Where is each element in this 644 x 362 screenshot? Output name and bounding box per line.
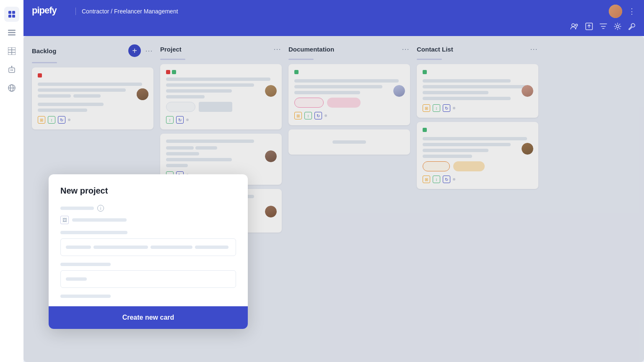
card-footer: ⊞ ↕ ↻ <box>294 112 404 119</box>
footer-icon[interactable]: ⊞ <box>423 104 430 112</box>
card-contact-1[interactable]: ⊞ ↕ ↻ <box>417 64 538 118</box>
header-right: ⋮ <box>609 5 636 18</box>
footer-icon[interactable]: ↻ <box>443 104 450 112</box>
people-icon[interactable] <box>570 23 579 31</box>
footer-icon-1[interactable]: ⊞ <box>38 116 45 124</box>
footer-icon[interactable]: ↕ <box>166 116 174 124</box>
card-tag-2 <box>199 102 232 112</box>
column-menu-contact[interactable]: ⋯ <box>529 44 538 54</box>
svg-rect-11 <box>9 68 15 72</box>
column-title-documentation: Documentation <box>288 46 397 53</box>
card-dot-green <box>423 70 427 74</box>
card-project-1[interactable]: ↕ ↻ <box>160 64 282 129</box>
footer-icon[interactable]: ↻ <box>176 116 184 124</box>
card-line <box>423 155 472 158</box>
svg-rect-1 <box>12 11 15 14</box>
svg-rect-3 <box>12 15 15 18</box>
export-icon[interactable] <box>585 23 593 32</box>
footer-icon[interactable]: ↕ <box>433 104 440 112</box>
card-tag-placeholder <box>166 102 195 112</box>
sidebar-icon-grid[interactable] <box>4 7 19 22</box>
card-loading <box>332 140 366 144</box>
modal-footer: Create new card <box>49 306 248 329</box>
card-doc-2[interactable] <box>288 129 410 155</box>
column-menu-backlog[interactable]: ⋯ <box>144 46 153 55</box>
column-underline-project <box>160 59 185 60</box>
card-line <box>423 91 488 94</box>
tag-orange-outline <box>423 161 450 171</box>
card-dot-green <box>423 128 427 132</box>
column-title-contact: Contact List <box>417 46 526 53</box>
card-avatar-p1 <box>265 85 277 97</box>
sidebar-icon-table[interactable] <box>4 44 19 59</box>
info-icon[interactable]: i <box>97 205 104 212</box>
card-line <box>166 158 232 161</box>
card-line <box>166 78 270 81</box>
card-line <box>166 95 205 98</box>
footer-dot <box>453 107 455 109</box>
board-area: Backlog + ⋯ ⊞ <box>23 36 644 362</box>
input-placeholder-bar <box>195 246 229 249</box>
column-documentation: Documentation ⋯ ⊞ ↕ <box>288 44 410 354</box>
header-more-icon[interactable]: ⋮ <box>628 7 636 16</box>
card-line <box>294 91 360 94</box>
field-assignee-row: 🖼 <box>60 216 236 224</box>
field-label-bar <box>60 207 94 210</box>
card-dot-green <box>294 70 299 74</box>
svg-point-15 <box>11 66 13 67</box>
add-card-button-backlog[interactable]: + <box>128 44 141 57</box>
field-input-1[interactable] <box>60 238 236 256</box>
footer-icon-3[interactable]: ↻ <box>58 116 65 124</box>
card-avatar-p2 <box>265 150 277 162</box>
card-tags <box>166 102 276 112</box>
header-avatar[interactable] <box>609 5 622 18</box>
footer-icon[interactable]: ↻ <box>443 176 450 183</box>
card-line <box>423 85 527 88</box>
create-new-card-button[interactable]: Create new card <box>60 314 236 321</box>
card-contact-2[interactable]: ⊞ ↕ ↻ <box>417 122 538 189</box>
tag-pink <box>294 98 324 108</box>
section-label-2 <box>60 263 111 266</box>
sidebar-icon-globe[interactable] <box>4 80 19 96</box>
card-footer: ⊞ ↕ ↻ <box>423 176 532 183</box>
svg-rect-5 <box>8 32 16 34</box>
card-doc-1[interactable]: ⊞ ↕ ↻ <box>288 64 410 125</box>
column-title-backlog: Backlog <box>32 47 125 54</box>
footer-icon[interactable]: ↕ <box>304 112 312 119</box>
card-footer: ⊞ ↕ ↻ <box>38 116 148 124</box>
footer-icon-2[interactable]: ↕ <box>48 116 55 124</box>
column-title-project: Project <box>160 46 269 53</box>
field-label-bar <box>72 218 127 222</box>
wrench-icon[interactable] <box>628 23 636 32</box>
page-title: Contractor / Freelancer Management <box>82 8 178 15</box>
svg-rect-0 <box>8 11 11 14</box>
footer-icon[interactable]: ↻ <box>314 112 322 119</box>
settings-icon[interactable] <box>614 23 621 32</box>
new-card-modal: New project i 🖼 <box>49 174 248 329</box>
svg-point-20 <box>572 24 575 27</box>
sidebar-icon-list[interactable] <box>4 25 19 40</box>
svg-rect-12 <box>10 70 12 71</box>
column-underline-contact <box>417 59 442 60</box>
section-label-1 <box>60 231 127 234</box>
card-line <box>166 83 254 87</box>
card-avatar-c2 <box>522 143 533 155</box>
footer-icon[interactable]: ⊞ <box>294 112 302 119</box>
header-divider <box>75 8 76 15</box>
card-line <box>38 109 87 112</box>
card-backlog-1[interactable]: ⊞ ↕ ↻ <box>32 67 153 129</box>
sidebar-icon-bot[interactable] <box>4 62 19 77</box>
svg-text:pipefy: pipefy <box>32 5 57 16</box>
card-line-group <box>38 94 148 100</box>
filter-icon[interactable] <box>600 23 607 31</box>
footer-icon[interactable]: ↕ <box>433 176 440 183</box>
column-menu-documentation[interactable]: ⋯ <box>401 44 410 54</box>
footer-icon[interactable]: ⊞ <box>423 176 430 183</box>
field-input-2[interactable] <box>60 270 236 288</box>
footer-dot <box>68 119 70 121</box>
card-line <box>38 103 104 106</box>
modal-title: New project <box>60 186 236 196</box>
column-menu-project[interactable]: ⋯ <box>273 44 282 54</box>
card-avatar-p3 <box>265 206 277 217</box>
column-contact-list: Contact List ⋯ ⊞ ↕ ↻ <box>417 44 538 354</box>
